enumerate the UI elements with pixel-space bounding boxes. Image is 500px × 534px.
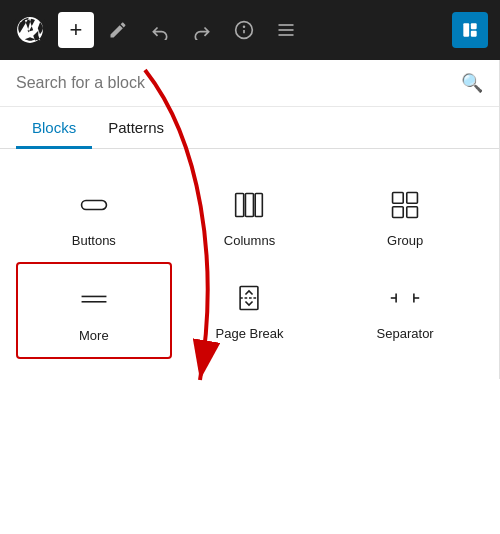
info-icon[interactable] <box>226 12 262 48</box>
separator-block-icon <box>387 280 423 316</box>
block-item-group[interactable]: Group <box>327 169 483 262</box>
svg-rect-13 <box>393 193 404 204</box>
block-item-separator[interactable]: Separator <box>327 262 483 359</box>
undo-icon[interactable] <box>142 12 178 48</box>
tab-blocks[interactable]: Blocks <box>16 107 92 149</box>
wp-logo-icon[interactable] <box>12 12 48 48</box>
group-block-icon <box>387 187 423 223</box>
svg-rect-15 <box>393 207 404 218</box>
more-block-icon <box>76 282 112 318</box>
svg-rect-16 <box>407 207 418 218</box>
more-block-label: More <box>79 328 109 343</box>
block-item-columns[interactable]: Columns <box>172 169 328 262</box>
svg-rect-12 <box>256 193 263 216</box>
block-item-page-break[interactable]: Page Break <box>172 262 328 359</box>
buttons-block-label: Buttons <box>72 233 116 248</box>
svg-rect-10 <box>236 193 244 216</box>
page-break-block-icon <box>231 280 267 316</box>
editor-button[interactable] <box>452 12 488 48</box>
search-input[interactable] <box>16 74 453 92</box>
blocks-section: Buttons Columns <box>0 149 499 379</box>
svg-rect-8 <box>471 31 477 37</box>
menu-icon[interactable] <box>268 12 304 48</box>
columns-block-label: Columns <box>224 233 275 248</box>
search-icon: 🔍 <box>461 72 483 94</box>
add-block-button[interactable]: + <box>58 12 94 48</box>
search-bar: 🔍 <box>0 60 499 107</box>
svg-rect-6 <box>463 23 469 36</box>
svg-rect-14 <box>407 193 418 204</box>
main-toolbar: + <box>0 0 500 60</box>
pencil-icon[interactable] <box>100 12 136 48</box>
page-break-block-label: Page Break <box>216 326 284 341</box>
columns-block-icon <box>231 187 267 223</box>
buttons-block-icon <box>76 187 112 223</box>
tab-patterns[interactable]: Patterns <box>92 107 180 149</box>
group-block-label: Group <box>387 233 423 248</box>
svg-rect-7 <box>471 23 477 29</box>
tabs-bar: Blocks Patterns <box>0 107 499 149</box>
svg-rect-9 <box>81 201 106 210</box>
svg-rect-11 <box>246 193 254 216</box>
block-item-buttons[interactable]: Buttons <box>16 169 172 262</box>
blocks-grid: Buttons Columns <box>16 169 483 359</box>
redo-icon[interactable] <box>184 12 220 48</box>
separator-block-label: Separator <box>377 326 434 341</box>
block-inserter-panel: 🔍 Blocks Patterns Buttons <box>0 60 500 379</box>
block-item-more[interactable]: More <box>16 262 172 359</box>
